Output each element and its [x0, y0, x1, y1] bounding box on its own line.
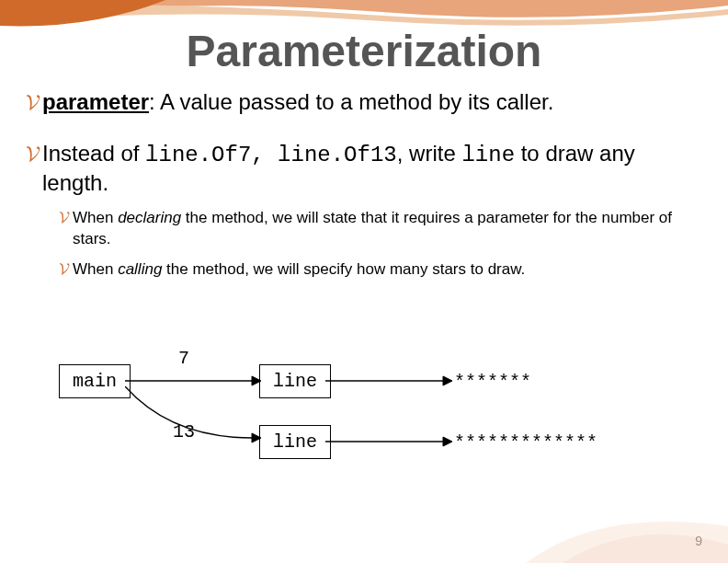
sub-bullet-calling: 𝓥 When calling the method, we will speci… [59, 259, 702, 281]
svg-marker-6 [443, 437, 452, 446]
line-box-1: line [259, 364, 331, 398]
bullet-icon: 𝓥 [59, 260, 69, 277]
sub-text: When declaring the method, we will state… [73, 208, 702, 250]
bullet-parameter: 𝓥 parameter: A value passed to a method … [26, 88, 702, 116]
arrow-out-2 [325, 434, 454, 449]
bullet-icon: 𝓥 [26, 143, 39, 165]
line-box-2: line [259, 425, 331, 459]
svg-marker-1 [252, 376, 261, 385]
term: parameter [42, 89, 149, 114]
bullet-text: Instead of line.Of7, line.Of13, write li… [42, 140, 702, 197]
output-stars-1: ******* [454, 372, 531, 393]
output-stars-2: ************* [454, 432, 597, 454]
sub-text: When calling the method, we will specify… [73, 259, 525, 281]
arrow-out-1 [325, 373, 454, 388]
arrow-label-7: 7 [178, 348, 189, 369]
footer-decoration [526, 480, 728, 563]
bullet-icon: 𝓥 [26, 91, 39, 113]
svg-marker-2 [252, 433, 261, 442]
bullet-icon: 𝓥 [59, 209, 69, 225]
bullet-text: parameter: A value passed to a method by… [42, 88, 553, 116]
main-box: main [59, 364, 131, 398]
bullet-instead: 𝓥 Instead of line.Of7, line.Of13, write … [26, 140, 702, 197]
svg-marker-4 [443, 376, 452, 385]
sub-bullets: 𝓥 When declaring the method, we will sta… [59, 208, 702, 281]
content-area: 𝓥 parameter: A value passed to a method … [26, 88, 702, 290]
sub-bullet-declaring: 𝓥 When declaring the method, we will sta… [59, 208, 702, 250]
slide-title: Parameterization [0, 26, 728, 76]
arrow-13 [125, 386, 263, 451]
